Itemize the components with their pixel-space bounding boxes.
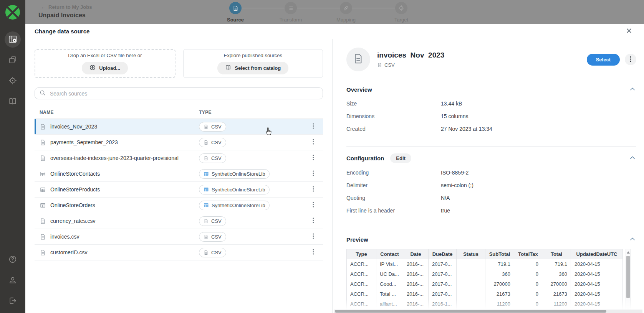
return-to-jobs-link[interactable]: ← Return to My Jobs (38, 4, 94, 10)
sidebar-item-logout[interactable] (5, 293, 21, 309)
app-logo[interactable] (0, 0, 25, 25)
avatar (346, 48, 370, 71)
select-button[interactable]: Select (587, 54, 620, 66)
config-label: Quoting (346, 195, 441, 201)
preview-row: ACCR...Good...2016-...2017-0...270000027… (347, 279, 623, 289)
preview-cell: 2017-0... (429, 259, 457, 269)
step-source[interactable]: Source (229, 2, 242, 14)
step-connector (352, 8, 395, 8)
overview-heading: Overview (346, 86, 372, 93)
file-icon (40, 139, 46, 146)
preview-cell: alliant... (376, 299, 403, 309)
type-label: SyntheticOnlineStoreLib (212, 187, 265, 193)
chevron-up-icon[interactable] (629, 154, 636, 163)
scrollbar-thumb[interactable] (626, 256, 630, 298)
close-icon[interactable] (624, 26, 634, 36)
preview-cell: ACCR... (347, 269, 376, 279)
kebab-icon (313, 249, 314, 256)
file-icon (204, 140, 209, 145)
type-label: CSV (211, 124, 222, 130)
document-icon (229, 2, 242, 14)
scroll-up-arrow-icon (627, 251, 630, 254)
row-menu-button[interactable] (308, 137, 318, 147)
file-icon (40, 155, 46, 161)
step-target[interactable]: Target (395, 2, 407, 14)
source-row[interactable]: customerID.csvCSV (35, 245, 323, 260)
details-menu-button[interactable] (625, 54, 636, 65)
source-name: payments_September_2023 (50, 139, 118, 145)
type-badge: CSV (199, 122, 226, 132)
upload-button[interactable]: Upload... (82, 62, 128, 74)
source-row[interactable]: OnlineStoreOrdersSyntheticOnlineStoreLib (35, 198, 323, 213)
preview-cell (457, 259, 485, 269)
overview-value: 13.44 kB (441, 100, 462, 107)
row-menu-button[interactable] (308, 216, 318, 226)
file-icon (40, 234, 46, 240)
preview-horizontal-scrollbar[interactable] (334, 310, 642, 313)
sidebar-item-projects[interactable] (5, 52, 21, 68)
overview-value: 27 Nov 2023 at 13:34 (441, 126, 492, 132)
preview-column-header: UpdatedDateUTC (571, 249, 623, 259)
file-icon (353, 53, 364, 66)
row-menu-button[interactable] (308, 200, 318, 210)
type-badge: CSV (199, 248, 226, 257)
source-row[interactable]: currency_rates.csvCSV (35, 213, 323, 229)
target-icon (395, 2, 407, 14)
source-row[interactable]: OnlineStoreContactsSyntheticOnlineStoreL… (35, 166, 323, 182)
scrollbar-thumb[interactable] (335, 310, 606, 313)
preview-cell: 2020-04-15 (571, 299, 623, 309)
source-row[interactable]: overseas-trade-indexes-june-2023-quarter… (35, 150, 323, 166)
sidebar-item-jobs[interactable] (5, 31, 21, 48)
file-icon (204, 219, 209, 224)
search-sources-input[interactable] (49, 90, 318, 97)
source-list-pane: Drop an Excel or CSV file here or Upload… (25, 39, 333, 313)
step-mapping[interactable]: Mapping (340, 2, 352, 14)
step-transform[interactable]: Transform (285, 2, 297, 14)
kebab-icon (313, 202, 314, 209)
account-icon (8, 275, 17, 286)
type-label: CSV (211, 250, 222, 255)
preview-section: Preview TypeContactDateDueDateStatusSubT… (346, 228, 636, 313)
configuration-section: Configuration Edit EncodingISO-8859-2 De… (346, 146, 636, 221)
source-name: customerID.csv (50, 249, 87, 255)
sidebar-item-help[interactable] (5, 252, 21, 268)
preview-cell: 21673 (485, 289, 514, 299)
file-dropzone[interactable]: Drop an Excel or CSV file here or Upload… (35, 49, 175, 78)
row-menu-button[interactable] (308, 232, 318, 242)
type-label: CSV (211, 234, 222, 240)
source-row[interactable]: payments_September_2023CSV (35, 135, 323, 150)
column-header-type: TYPE (199, 110, 323, 115)
chevron-up-icon[interactable] (629, 85, 636, 94)
row-menu-button[interactable] (308, 247, 318, 257)
preview-column-header: Total (542, 249, 571, 259)
row-menu-button[interactable] (308, 153, 318, 163)
type-label: CSV (211, 218, 222, 224)
source-row[interactable]: invoices_Nov_2023CSV (35, 119, 323, 135)
select-from-catalog-button[interactable]: Select from catalog (217, 62, 288, 74)
back-arrow-icon: ← (41, 4, 46, 10)
edit-button[interactable]: Edit (390, 153, 411, 163)
projects-copy-icon (8, 55, 17, 66)
clover-logo-icon (5, 5, 20, 20)
preview-cell: 0 (514, 299, 542, 309)
preview-vertical-scrollbar[interactable] (626, 249, 631, 313)
type-badge: SyntheticOnlineStoreLib (199, 201, 270, 210)
jobs-grid-icon (8, 34, 18, 45)
preview-column-header: SubTotal (485, 249, 514, 259)
row-menu-button[interactable] (308, 185, 318, 194)
kebab-icon (313, 139, 314, 146)
type-label: SyntheticOnlineStoreLib (212, 171, 265, 177)
preview-cell: 2020-04-15 (571, 259, 623, 269)
source-row[interactable]: invoices.csvCSV (35, 229, 323, 245)
sidebar-item-account[interactable] (5, 272, 21, 288)
sidebar-item-catalog[interactable] (5, 94, 21, 110)
preview-table: TypeContactDateDueDateStatusSubTotalTota… (346, 249, 623, 313)
chevron-up-icon[interactable] (629, 235, 636, 244)
source-row[interactable]: OnlineStoreProductsSyntheticOnlineStoreL… (35, 182, 323, 198)
row-menu-button[interactable] (308, 122, 318, 132)
preview-cell (457, 279, 485, 289)
source-title: invoices_Nov_2023 (377, 51, 444, 59)
sidebar-item-locate[interactable] (5, 73, 21, 89)
row-menu-button[interactable] (308, 169, 318, 179)
file-icon (40, 249, 46, 256)
